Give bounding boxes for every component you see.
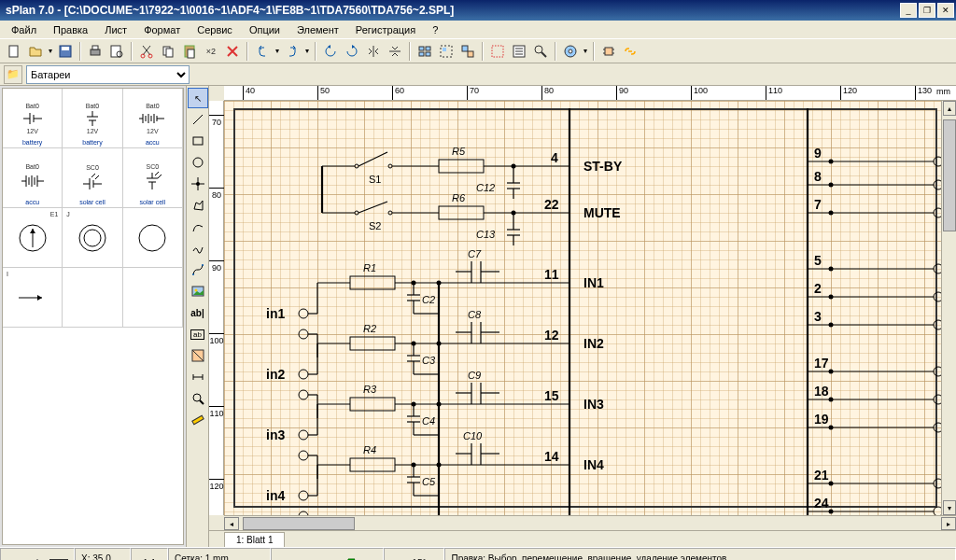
scroll-thumb-v[interactable]	[943, 119, 956, 231]
redo-button[interactable]	[282, 41, 302, 62]
status-abcd-icon[interactable]: Abcd	[49, 554, 68, 561]
grid-icon[interactable]: ⊞	[277, 554, 296, 561]
fill-tool[interactable]	[188, 345, 208, 366]
library-category-select[interactable]: Батареи	[26, 65, 190, 84]
svg-point-265	[934, 367, 941, 376]
menu-sheet[interactable]: Лист	[97, 22, 134, 37]
undo-button[interactable]	[252, 41, 273, 62]
svg-point-254	[829, 267, 834, 272]
lib-item-accu-2[interactable]: Bat0 accu	[3, 148, 63, 208]
paste-button[interactable]	[179, 41, 200, 62]
node-tool[interactable]	[188, 174, 208, 194]
horizontal-scrollbar[interactable]: ◂ ▸	[224, 515, 956, 530]
dimension-tool[interactable]	[188, 367, 208, 387]
lib-item-j[interactable]: J	[63, 208, 122, 268]
list-button[interactable]	[509, 41, 529, 62]
lib-item-bat0-2[interactable]: Bat0 12V battery	[63, 89, 122, 148]
lib-item-accu-1[interactable]: Bat0 12V accu	[123, 89, 183, 148]
scroll-up-arrow[interactable]: ▴	[943, 101, 956, 116]
open-button[interactable]	[25, 41, 46, 62]
status-zoom2-icon[interactable]	[28, 554, 47, 561]
image-tool[interactable]	[188, 281, 208, 301]
menu-register[interactable]: Регистрация	[348, 22, 423, 37]
menu-format[interactable]: Формат	[136, 22, 188, 37]
mirror-v-button[interactable]	[385, 41, 405, 62]
svg-rect-77	[193, 137, 203, 145]
select-tool[interactable]: ↖	[188, 88, 208, 108]
lib-item-blank2[interactable]	[63, 268, 122, 328]
menu-help[interactable]: ?	[425, 22, 445, 37]
scroll-down-arrow[interactable]: ▾	[943, 500, 956, 515]
svg-rect-15	[419, 52, 424, 56]
menu-edit[interactable]: Правка	[46, 22, 95, 37]
polygon-tool[interactable]	[188, 195, 208, 216]
menu-file[interactable]: Файл	[4, 22, 44, 37]
lib-item-sc0-1[interactable]: SC0 solar cell	[63, 148, 122, 208]
rotate-left-button[interactable]	[320, 41, 341, 62]
svg-point-281	[934, 507, 941, 515]
close-button[interactable]: ✕	[937, 3, 954, 18]
align-button[interactable]	[415, 41, 435, 62]
save-button[interactable]	[55, 41, 76, 62]
delete-button[interactable]	[222, 41, 243, 62]
drawing-canvas[interactable]: TDA7560 OUT1 OUT2 OUT3 JT14	[224, 101, 941, 515]
ungroup-button[interactable]	[457, 41, 478, 62]
duplicate-button[interactable]: ×2	[201, 41, 221, 62]
snap-icon[interactable]	[299, 554, 317, 561]
link-button[interactable]	[620, 41, 640, 62]
redo-dropdown[interactable]: ▾	[303, 47, 311, 55]
bezier-tool[interactable]	[188, 259, 208, 280]
cut-button[interactable]	[136, 41, 157, 62]
curve-tool[interactable]	[188, 217, 208, 237]
copy-button[interactable]	[158, 41, 178, 62]
svg-text:C8: C8	[468, 309, 482, 320]
horizontal-ruler: mm 405060708090100110120130	[224, 86, 956, 101]
scroll-right-arrow[interactable]: ▸	[941, 517, 956, 530]
minimize-button[interactable]: _	[900, 3, 917, 18]
status-zoom-icon[interactable]	[7, 554, 25, 561]
lib-item-i[interactable]: I	[3, 268, 63, 328]
magnet-icon[interactable]	[320, 554, 339, 561]
open-dropdown[interactable]: ▾	[47, 47, 54, 55]
flag-icon[interactable]	[342, 554, 360, 561]
freehand-tool[interactable]	[188, 238, 208, 259]
tab-sheet1[interactable]: 1: Blatt 1	[224, 532, 285, 547]
rect-tool[interactable]	[188, 131, 208, 151]
zoom-tool[interactable]	[188, 388, 208, 409]
angle-icon[interactable]	[390, 554, 409, 561]
svg-point-226	[437, 463, 442, 468]
svg-text:IN2: IN2	[583, 336, 604, 351]
find-button[interactable]	[530, 41, 551, 62]
lib-item-e1[interactable]: E1	[3, 208, 63, 268]
print-button[interactable]	[85, 41, 105, 62]
maximize-button[interactable]: ❐	[919, 3, 935, 18]
scroll-left-arrow[interactable]: ◂	[224, 517, 239, 530]
disk-button[interactable]	[560, 41, 581, 62]
preview-button[interactable]	[106, 41, 127, 62]
rotate-right-button[interactable]	[342, 41, 362, 62]
measure-tool[interactable]	[188, 410, 208, 430]
disk-dropdown[interactable]: ▾	[582, 47, 589, 55]
new-button[interactable]	[4, 41, 24, 62]
line-tool[interactable]	[188, 109, 208, 130]
vertical-scrollbar[interactable]: ▴ ▾	[941, 101, 956, 515]
text-tool[interactable]: ab|	[188, 302, 208, 323]
lib-item-blank1[interactable]	[123, 208, 183, 268]
group-button[interactable]	[436, 41, 457, 62]
menu-service[interactable]: Сервис	[190, 22, 240, 37]
textbox-tool[interactable]: ab	[188, 324, 208, 344]
lib-item-blank3[interactable]	[123, 268, 183, 328]
svg-text:14: 14	[544, 449, 559, 464]
component-list-button[interactable]	[487, 41, 508, 62]
lib-open-button[interactable]: 📁	[4, 65, 22, 84]
menu-element[interactable]: Элемент	[289, 22, 346, 37]
scroll-thumb-h[interactable]	[243, 517, 355, 530]
svg-point-74	[139, 225, 165, 251]
lib-item-bat0-1[interactable]: Bat0 12V battery	[3, 89, 63, 148]
circle-tool[interactable]	[188, 152, 208, 173]
undo-dropdown[interactable]: ▾	[274, 47, 281, 55]
lib-item-sc0-2[interactable]: SC0 solar cell	[123, 148, 183, 208]
mirror-h-button[interactable]	[363, 41, 384, 62]
menu-options[interactable]: Опции	[242, 22, 288, 37]
chip-button[interactable]	[598, 41, 619, 62]
